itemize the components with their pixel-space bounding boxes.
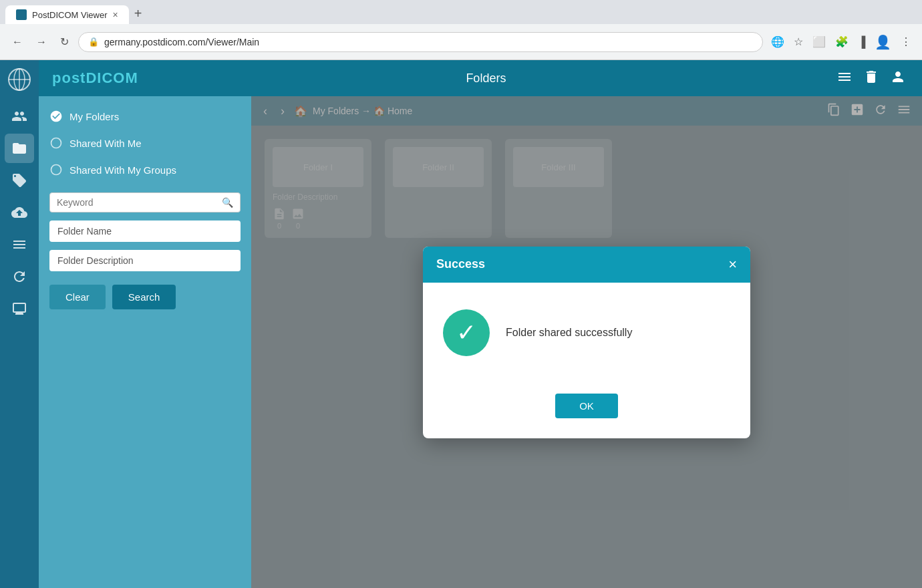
search-button[interactable]: Search [112, 285, 176, 309]
header-list-btn[interactable] [834, 66, 855, 91]
nav-item-my-folders-label: My Folders [69, 111, 119, 122]
browser-tab[interactable]: PostDICOM Viewer × [5, 5, 129, 24]
content-wrapper: My Folders Shared With Me Shared With My… [39, 96, 922, 588]
sidebar-toggle-btn[interactable]: ▐ [855, 33, 868, 51]
nav-bar: ← → ↻ 🔒 germany.postdicom.com/Viewer/Mai… [0, 24, 922, 60]
profile-btn[interactable]: 👤 [872, 31, 894, 53]
success-modal: Success × ✓ Folder shared successfully O… [423, 247, 750, 438]
nav-item-shared-groups[interactable]: Shared With My Groups [49, 160, 241, 179]
forward-button[interactable]: → [32, 33, 51, 51]
refresh-button[interactable]: ↻ [56, 33, 73, 51]
sidebar-folders-btn[interactable] [5, 134, 34, 163]
header-title: Folders [138, 71, 834, 86]
keyword-input[interactable] [57, 197, 222, 208]
translate-btn[interactable]: 🌐 [768, 33, 787, 51]
modal-header: Success × [423, 247, 750, 283]
screenshot-btn[interactable]: ⬜ [810, 33, 828, 51]
header-trash-btn[interactable] [861, 66, 882, 91]
sidebar-refresh-btn[interactable] [5, 262, 34, 291]
action-buttons: Clear Search [49, 285, 241, 309]
browser-chrome: PostDICOM Viewer × + ← → ↻ 🔒 germany.pos… [0, 0, 922, 60]
app-container: postDICOM Folders [0, 60, 922, 588]
icon-sidebar [0, 60, 39, 588]
tab-bar: PostDICOM Viewer × + [0, 0, 922, 24]
modal-title: Success [436, 257, 485, 271]
folder-description-field[interactable]: Folder Description [49, 250, 241, 271]
tab-close-btn[interactable]: × [112, 9, 118, 20]
app-logo-icon [5, 65, 33, 94]
sidebar-monitor-btn[interactable] [5, 294, 34, 323]
modal-footer: OK [423, 383, 750, 438]
sidebar-list-btn[interactable] [5, 230, 34, 259]
success-icon-circle: ✓ [443, 309, 490, 356]
menu-btn[interactable]: ⋮ [898, 33, 914, 51]
left-panel: My Folders Shared With Me Shared With My… [39, 96, 251, 588]
clear-button[interactable]: Clear [49, 285, 106, 309]
back-button[interactable]: ← [8, 33, 27, 51]
extensions-btn[interactable]: 🧩 [832, 33, 851, 51]
sidebar-upload-btn[interactable] [5, 198, 34, 227]
bookmark-btn[interactable]: ☆ [791, 33, 806, 51]
nav-item-shared-with-me[interactable]: Shared With Me [49, 134, 241, 152]
logo-post: DICOM [86, 69, 138, 86]
app-main: postDICOM Folders [39, 60, 922, 588]
tab-favicon [16, 9, 27, 20]
modal-message: Folder shared successfully [506, 327, 632, 339]
nav-item-shared-label: Shared With Me [69, 138, 142, 149]
new-tab-button[interactable]: + [129, 6, 148, 21]
address-text[interactable]: germany.postdicom.com/Viewer/Main [104, 37, 753, 47]
search-icon: 🔍 [222, 197, 233, 208]
app-logo: postDICOM [52, 69, 138, 87]
modal-close-button[interactable]: × [728, 257, 737, 272]
search-input-container: 🔍 [49, 192, 241, 212]
app-header: postDICOM Folders [39, 60, 922, 96]
sidebar-tags-btn[interactable] [5, 166, 34, 195]
ok-button[interactable]: OK [555, 394, 618, 418]
nav-item-my-folders[interactable]: My Folders [49, 107, 241, 126]
sidebar-users-btn[interactable] [5, 102, 34, 131]
address-bar: 🔒 germany.postdicom.com/Viewer/Main [78, 32, 763, 52]
modal-overlay: Success × ✓ Folder shared successfully O… [251, 96, 922, 588]
nav-right-icons: 🌐 ☆ ⬜ 🧩 ▐ 👤 ⋮ [768, 31, 914, 53]
right-content: ‹ › 🏠 My Folders → 🏠 Home [251, 96, 922, 588]
header-icons [834, 66, 909, 91]
svg-point-4 [51, 138, 61, 148]
folder-name-field[interactable]: Folder Name [49, 220, 241, 242]
modal-body: ✓ Folder shared successfully [423, 283, 750, 383]
checkmark-icon: ✓ [456, 319, 476, 347]
tab-title: PostDICOM Viewer [32, 10, 107, 20]
header-profile-btn[interactable] [887, 66, 909, 91]
nav-item-groups-label: Shared With My Groups [69, 164, 176, 176]
logo-pre: post [52, 69, 86, 86]
svg-point-5 [51, 165, 61, 175]
